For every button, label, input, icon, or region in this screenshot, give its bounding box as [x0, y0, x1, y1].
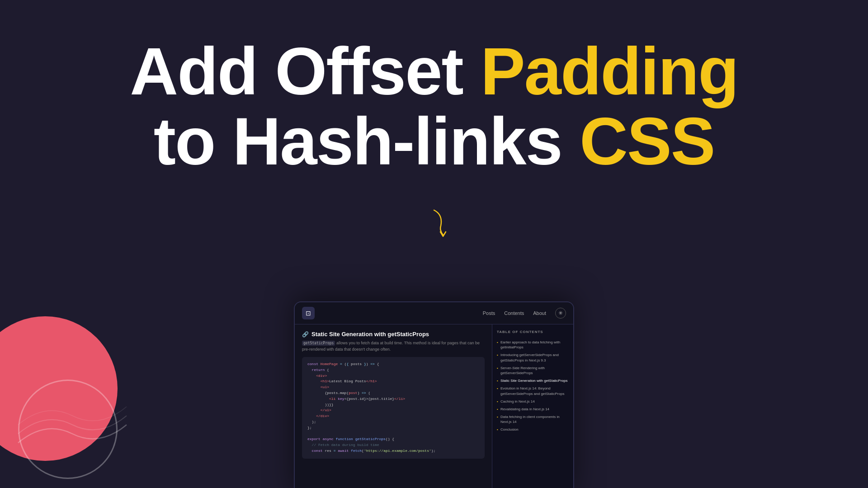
article-description: getStaticProps allows you to fetch data … — [302, 340, 485, 352]
sun-icon: ✳ — [558, 310, 563, 316]
toc-item-2[interactable]: Introducing getServerSideProps and getSt… — [497, 351, 569, 364]
main-title-area: Add Offset Padding to Hash-links CSS — [0, 36, 868, 177]
code-inline-getstaticprops: getStaticProps — [302, 341, 335, 346]
toc-item-6[interactable]: Caching in Next.js 14 — [497, 398, 569, 405]
toc-sidebar: TABLE OF CONTENTS Earlier approach to da… — [492, 324, 573, 488]
title-word-padding: Padding — [481, 34, 738, 108]
toc-title: TABLE OF CONTENTS — [497, 330, 569, 334]
toc-item-7[interactable]: Revalidating data in Next.js 14 — [497, 405, 569, 413]
nav-contents[interactable]: Contents — [504, 310, 524, 316]
code-block: const HomePage = ({ posts }) => { return… — [302, 357, 485, 459]
title-line-1: Add Offset Padding — [45, 36, 823, 106]
title-word-css: CSS — [580, 104, 714, 178]
article-area: 🔗 Static Site Generation with getStaticP… — [295, 324, 492, 488]
title-word-hashlinks: to Hash-links — [154, 104, 580, 178]
nav-about[interactable]: About — [533, 310, 546, 316]
browser-nav: Posts Contents About ✳ — [483, 308, 566, 319]
link-icon: 🔗 — [302, 331, 309, 338]
title-word-add: Add Offset — [130, 34, 481, 108]
article-title: 🔗 Static Site Generation with getStaticP… — [302, 331, 485, 338]
toc-item-1[interactable]: Earlier approach to data fetching with g… — [497, 338, 569, 351]
toc-item-5[interactable]: Evolution in Next.js 14: Beyond getServe… — [497, 385, 569, 397]
arrow-decoration — [420, 206, 457, 244]
title-line-2: to Hash-links CSS — [45, 106, 823, 176]
nav-posts[interactable]: Posts — [483, 310, 495, 316]
bg-decoration-wave — [9, 384, 136, 452]
toc-item-3[interactable]: Server-Side Rendering with getServerSide… — [497, 364, 569, 377]
site-logo: ⊡ — [302, 307, 315, 319]
browser-topbar: ⊡ Posts Contents About ✳ — [295, 302, 573, 324]
toc-item-4-active[interactable]: Static Site Generation with getStaticPro… — [497, 377, 569, 385]
browser-content: 🔗 Static Site Generation with getStaticP… — [295, 324, 573, 488]
article-title-text: Static Site Generation with getStaticPro… — [311, 331, 429, 338]
theme-toggle-button[interactable]: ✳ — [555, 308, 566, 319]
logo-icon: ⊡ — [306, 310, 311, 317]
toc-item-9[interactable]: Conclusion — [497, 426, 569, 433]
toc-item-8[interactable]: Data fetching in client components in Ne… — [497, 413, 569, 426]
browser-mockup: ⊡ Posts Contents About ✳ 🔗 Static Site G… — [294, 301, 574, 488]
